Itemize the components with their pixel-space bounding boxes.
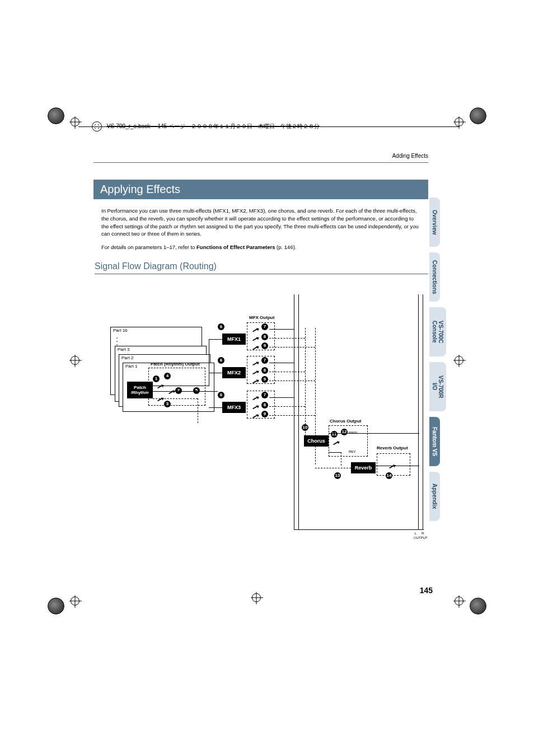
corner-badge-bl [48,598,64,614]
corner-badge-br [470,598,486,614]
route-line [294,529,424,530]
registration-mark [455,597,463,605]
route-line [329,433,359,434]
num-7: 7 [261,392,268,398]
registration-mark [71,356,79,365]
num-9: 9 [261,342,268,349]
section-title: Applying Effects [93,180,428,199]
knob-icon [251,377,258,384]
corner-badge-tr [470,107,486,124]
num-7: 7 [261,323,268,330]
side-tabs: Overview Connections VS-700C Console VS-… [429,198,444,527]
header-rule [78,126,459,127]
route-line [269,415,315,416]
tab-fantom-vs[interactable]: Fantom VS [429,417,440,466]
route-line [269,372,305,372]
rev-label: REV [349,450,355,453]
cross-ref-link[interactable]: Functions of Effect Parameters [196,244,275,250]
knob-icon [251,335,258,341]
registration-mark [252,593,261,602]
chorus-send-bus [305,328,306,439]
registration-mark [455,118,463,126]
num-14: 14 [386,472,392,479]
knob-icon [251,412,258,419]
output-label: OUTPUT [414,536,428,539]
chorus-box: Chorus [304,435,329,447]
registration-mark [455,356,463,365]
main-bus [294,294,294,529]
mfx-output-label: MFX Output [249,315,274,320]
num-2: 2 [175,387,182,394]
route-line [376,466,419,466]
reverb-output-label: Reverb Output [377,445,408,450]
num-12: 12 [341,429,348,435]
patch-output-label: Patch (Rhythm) Output [151,361,200,367]
route-line [153,398,198,399]
running-head: Adding Effects [93,153,428,163]
routing-diagram: Part 16 Part 3 Part 2 Part 1 ··· Patch /… [101,294,421,535]
num-8: 8 [261,367,268,374]
route-line [269,381,315,381]
num-8: 8 [261,402,268,408]
knob-icon [251,326,258,332]
num-6: 6 [218,357,224,364]
mfx1-box: MFX1 [222,334,246,345]
tab-connections[interactable]: Connections [429,252,440,302]
num-7: 7 [261,357,268,364]
subheading: Signal Flow Diagram (Routing) [95,261,428,274]
out-l: L [415,532,416,535]
num-4: 4 [164,373,171,379]
num-9: 9 [261,411,268,417]
route-line [269,329,294,330]
tab-vs700c-console[interactable]: VS-700C Console [429,307,446,356]
tab-vs700r-io[interactable]: VS-700R I/O [429,362,446,411]
route-line [198,398,198,423]
route-line [269,363,294,363]
page-number: 145 [420,586,433,595]
output-bus [418,294,419,529]
main-bus [298,294,299,529]
corner-badge-tl [48,107,64,124]
mfx2-box: MFX2 [222,367,246,378]
num-11: 11 [331,431,338,438]
tab-appendix[interactable]: Appendix [429,472,440,521]
knob-icon [251,359,258,366]
route-line [209,373,222,373]
knob-icon [332,439,339,445]
num-5: 5 [193,387,200,394]
knob-icon [251,403,258,410]
paragraph-2: For details on parameters 1–17, refer to… [101,243,420,251]
route-line [153,386,209,386]
num-6: 6 [218,323,224,330]
route-line [341,452,341,466]
route-line [269,397,294,398]
route-line [315,468,351,468]
knob-icon [251,368,258,375]
num-13: 13 [334,472,341,479]
route-line [359,433,419,434]
num-9: 9 [261,376,268,383]
main-label: MAIN [349,431,357,434]
route-line [209,407,222,408]
route-line [269,406,305,407]
num-1: 1 [153,375,160,382]
route-line [269,338,305,339]
knob-icon [251,344,258,350]
registration-mark [71,597,79,605]
reverb-box: Reverb [351,462,376,473]
num-8: 8 [261,334,268,340]
route-line [209,339,222,340]
route-line [329,452,341,453]
mfx3-box: MFX3 [222,402,246,413]
route-line [269,347,315,348]
paragraph-1: In Performance you can use three multi-e… [101,207,420,238]
tab-overview[interactable]: Overview [429,198,440,247]
num-6: 6 [218,392,224,398]
route-line [153,391,218,392]
out-r: R [421,532,424,535]
route-line [209,339,209,386]
ellipsis-dots: ··· [116,336,118,346]
page-content: Adding Effects Applying Effects In Perfo… [93,153,428,584]
knob-icon [251,394,258,401]
registration-mark [71,118,79,126]
